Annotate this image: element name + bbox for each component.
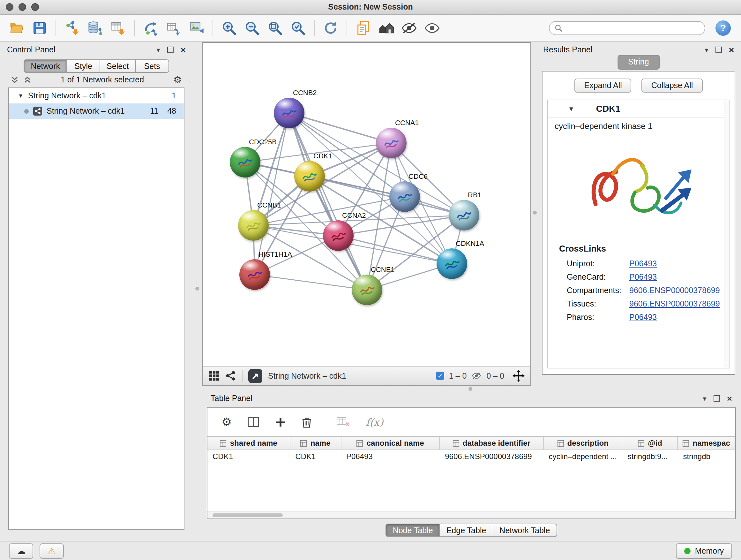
help-button[interactable]: ?: [716, 20, 731, 36]
minimize-window-button[interactable]: [18, 3, 26, 11]
network-node-cdc6[interactable]: [389, 181, 420, 212]
cell--id[interactable]: stringdb:9...: [623, 450, 678, 463]
tab-sets[interactable]: Sets: [136, 59, 169, 73]
string-home-icon[interactable]: [376, 17, 396, 38]
network-node-cdc25b[interactable]: [230, 147, 260, 178]
network-node-ccnb1[interactable]: [238, 210, 269, 241]
zoom-window-button[interactable]: [31, 3, 39, 11]
expand-all-button[interactable]: Expand All: [575, 78, 631, 92]
search-box[interactable]: [549, 21, 705, 35]
share-network-icon[interactable]: [225, 370, 236, 381]
column-header-shared-name[interactable]: shared name: [207, 437, 290, 449]
new-network-icon[interactable]: [140, 17, 161, 38]
network-options-gear-icon[interactable]: ⚙: [173, 74, 182, 85]
network-node-cdkn1a[interactable]: [436, 248, 467, 279]
cell-namespac[interactable]: stringdb: [678, 450, 735, 463]
export-image-icon[interactable]: [186, 17, 207, 38]
open-in-new-window-icon[interactable]: [248, 369, 262, 383]
clone-network-icon[interactable]: [163, 17, 184, 38]
network-node-ccne1[interactable]: [352, 274, 382, 305]
expand-all-icon[interactable]: [23, 76, 31, 84]
network-edge[interactable]: [310, 176, 464, 215]
network-canvas[interactable]: CCNB2CCNA1CDC25BCDK1CDC6RB1CCNB1CCNA2CDK…: [203, 43, 530, 367]
tab-network-table[interactable]: Network Table: [493, 523, 557, 537]
cell-description[interactable]: cyclin–dependent ...: [543, 450, 622, 463]
zoom-fit-icon[interactable]: [265, 17, 285, 38]
table-horizontal-scrollbar[interactable]: [207, 511, 735, 518]
tab-style[interactable]: Style: [67, 59, 100, 73]
import-table-icon[interactable]: [108, 17, 128, 38]
tab-edge-table[interactable]: Edge Table: [440, 523, 493, 537]
delete-column-trash-icon[interactable]: [301, 416, 312, 428]
save-session-icon[interactable]: [29, 17, 50, 38]
panel-float-icon[interactable]: [167, 47, 174, 53]
cell-name[interactable]: CDK1: [290, 450, 341, 463]
splitter-handle[interactable]: [195, 287, 199, 291]
panel-menu-icon[interactable]: ▾: [705, 46, 709, 53]
birdseye-grid-icon[interactable]: [209, 370, 219, 381]
show-all-eye-icon[interactable]: [422, 17, 442, 38]
search-input[interactable]: [565, 23, 699, 33]
column-header-database-identifier[interactable]: database identifier: [440, 437, 543, 449]
scrollbar-thumb[interactable]: [212, 513, 283, 517]
crosslink-pharos-link[interactable]: P06493: [629, 313, 657, 321]
open-session-icon[interactable]: [6, 17, 27, 38]
hide-selected-eye-icon[interactable]: [399, 17, 419, 38]
results-scrollbar[interactable]: [724, 100, 730, 368]
tab-string[interactable]: String: [617, 55, 660, 70]
tree-expand-icon[interactable]: ▼: [18, 92, 23, 99]
selected-checkbox-icon[interactable]: ✓: [436, 372, 445, 380]
tab-node-table[interactable]: Node Table: [386, 523, 440, 537]
panel-float-icon[interactable]: [716, 47, 722, 53]
table-row[interactable]: CDK1CDK1P064939606.ENSP00000378699cyclin…: [207, 450, 735, 463]
network-node-cdk1[interactable]: [294, 161, 325, 192]
apply-layout-icon[interactable]: [320, 17, 341, 38]
network-node-rb1[interactable]: [449, 200, 479, 231]
collapse-all-button[interactable]: Collapse All: [642, 78, 703, 92]
network-row[interactable]: String Network – cdk1 11 48: [9, 104, 184, 119]
network-edge[interactable]: [289, 113, 391, 143]
column-header-canonical-name[interactable]: canonical name: [341, 437, 440, 449]
column-header-name[interactable]: name: [290, 437, 341, 449]
network-edge[interactable]: [289, 113, 367, 290]
panel-close-icon[interactable]: ×: [181, 46, 186, 54]
gene-section-header[interactable]: ▼ CDK1: [548, 100, 730, 118]
network-node-ccnb2[interactable]: [274, 98, 305, 128]
cell-database-identifier[interactable]: 9606.ENSP00000378699: [440, 450, 543, 463]
crosslink-compartments-link[interactable]: 9606.ENSP00000378699: [629, 286, 720, 295]
panel-menu-icon[interactable]: ▾: [703, 395, 706, 402]
cell-shared-name[interactable]: CDK1: [207, 450, 290, 463]
network-node-hist1h1a[interactable]: [239, 259, 270, 290]
panel-close-icon[interactable]: ×: [729, 46, 734, 54]
tab-select[interactable]: Select: [100, 59, 136, 73]
network-node-ccna1[interactable]: [376, 128, 407, 159]
network-collection-row[interactable]: ▼ String Network – cdk1 1: [9, 88, 184, 104]
crosslink-tissues-link[interactable]: 9606.ENSP00000378699: [629, 299, 720, 308]
pan-move-icon[interactable]: [513, 370, 525, 382]
table-options-gear-icon[interactable]: ⚙: [221, 415, 232, 429]
network-node-ccna2[interactable]: [323, 220, 354, 251]
close-window-button[interactable]: [6, 3, 13, 11]
documentation-icon[interactable]: [353, 17, 374, 38]
panel-close-icon[interactable]: ×: [727, 395, 732, 402]
select-columns-icon[interactable]: [247, 416, 260, 428]
cloud-status-button[interactable]: ☁: [9, 543, 33, 558]
splitter-handle[interactable]: [468, 387, 472, 391]
splitter-handle[interactable]: [533, 211, 537, 214]
import-network-database-icon[interactable]: [85, 17, 105, 38]
network-edge[interactable]: [255, 274, 367, 290]
crosslink-genecard-link[interactable]: P06493: [629, 272, 657, 281]
column-header-description[interactable]: description: [543, 437, 622, 449]
panel-float-icon[interactable]: [714, 395, 720, 401]
add-column-icon[interactable]: [275, 417, 286, 428]
zoom-out-icon[interactable]: [242, 17, 262, 38]
warnings-button[interactable]: ⚠: [40, 543, 64, 558]
crosslink-uniprot-link[interactable]: P06493: [629, 259, 657, 268]
tab-network[interactable]: Network: [23, 59, 67, 73]
cell-canonical-name[interactable]: P06493: [341, 450, 440, 463]
collapse-all-icon[interactable]: [11, 76, 18, 84]
memory-button[interactable]: Memory: [676, 543, 732, 558]
zoom-in-icon[interactable]: [219, 17, 239, 38]
import-network-file-icon[interactable]: [62, 17, 82, 38]
collapse-section-icon[interactable]: ▼: [568, 105, 575, 112]
